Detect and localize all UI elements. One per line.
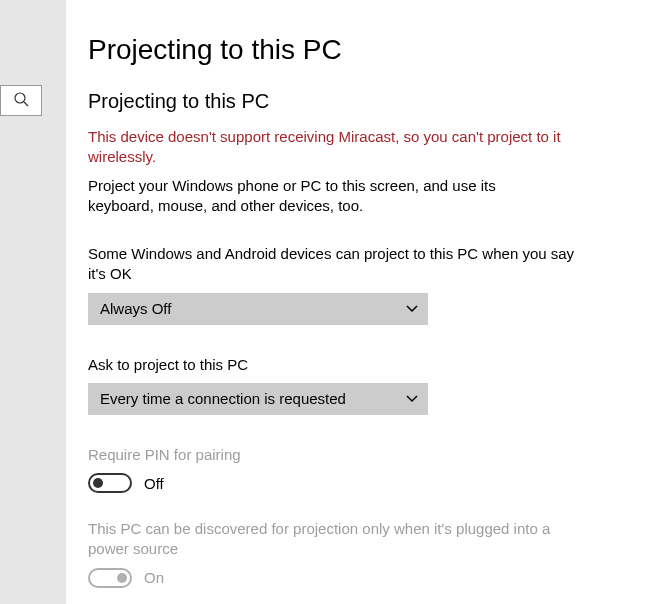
- ask-label: Ask to project to this PC: [88, 355, 578, 375]
- chevron-down-icon: [406, 390, 418, 407]
- chevron-down-icon: [406, 300, 418, 317]
- availability-value: Always Off: [100, 300, 171, 317]
- require-pin-row: Off: [88, 473, 628, 493]
- toggle-knob: [93, 478, 103, 488]
- section-heading: Projecting to this PC: [88, 90, 628, 113]
- discover-plugged-toggle[interactable]: [88, 568, 132, 588]
- availability-dropdown[interactable]: Always Off: [88, 293, 428, 325]
- require-pin-state: Off: [144, 475, 164, 492]
- main-content: Projecting to this PC Projecting to this…: [88, 34, 628, 604]
- search-input[interactable]: [0, 85, 42, 116]
- require-pin-toggle[interactable]: [88, 473, 132, 493]
- toggle-knob: [117, 573, 127, 583]
- svg-point-0: [15, 93, 25, 103]
- intro-text: Project your Windows phone or PC to this…: [88, 176, 558, 217]
- search-icon: [13, 91, 29, 111]
- discover-plugged-state: On: [144, 569, 164, 586]
- ask-dropdown[interactable]: Every time a connection is requested: [88, 383, 428, 415]
- availability-label: Some Windows and Android devices can pro…: [88, 244, 578, 285]
- discover-plugged-label: This PC can be discovered for projection…: [88, 519, 578, 560]
- left-rail: [0, 0, 66, 604]
- discover-plugged-row: On: [88, 568, 628, 588]
- require-pin-label: Require PIN for pairing: [88, 445, 578, 465]
- page-title: Projecting to this PC: [88, 34, 628, 66]
- miracast-error-text: This device doesn't support receiving Mi…: [88, 127, 598, 168]
- svg-line-1: [24, 102, 28, 106]
- ask-value: Every time a connection is requested: [100, 390, 346, 407]
